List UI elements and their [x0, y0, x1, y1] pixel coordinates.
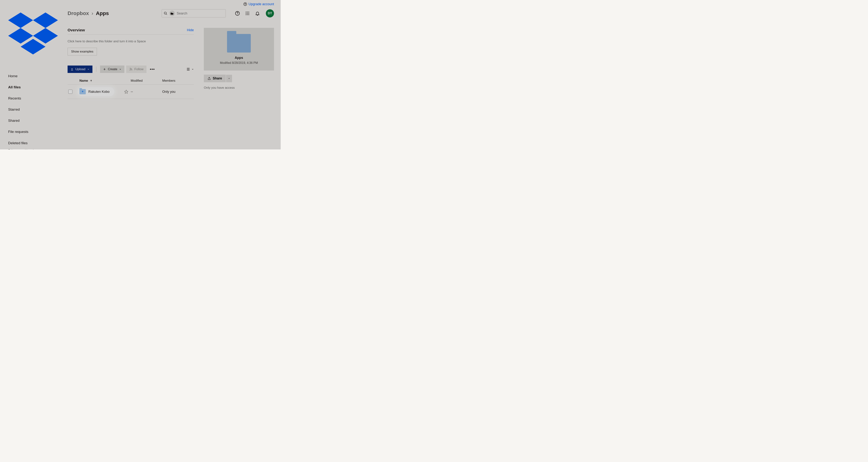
access-text: Only you have access	[204, 86, 274, 90]
svg-point-12	[247, 14, 248, 15]
svg-point-8	[246, 13, 247, 14]
follow-button[interactable]: Follow	[126, 65, 147, 73]
svg-point-13	[248, 14, 249, 15]
create-label: Create	[108, 67, 117, 71]
search-icon	[164, 11, 167, 15]
search-input[interactable]	[177, 11, 224, 16]
upgrade-account-label: Upgrade account	[249, 2, 274, 6]
row-members: Only you	[162, 90, 194, 94]
row-checkbox[interactable]	[68, 90, 76, 94]
help-icon[interactable]	[235, 10, 240, 16]
privacy-legal-link[interactable]: Privacy and legal	[0, 149, 58, 149]
create-button[interactable]: Create	[100, 65, 124, 73]
folder-large-icon	[227, 34, 251, 53]
svg-point-10	[248, 13, 249, 14]
search-field[interactable]	[162, 9, 226, 18]
dropbox-logo-icon	[8, 8, 58, 58]
notifications-icon[interactable]	[255, 10, 260, 16]
svg-point-9	[247, 13, 248, 14]
row-name[interactable]: Rakuten Kobo	[88, 90, 110, 94]
sidebar: Home All files Recents Starred Shared Fi…	[0, 0, 58, 149]
chevron-down-icon	[119, 68, 121, 70]
avatar[interactable]: DT	[266, 9, 274, 18]
svg-line-2	[166, 14, 167, 15]
upload-button[interactable]: Upload	[68, 65, 92, 73]
overview-description[interactable]: Click here to describe this folder and t…	[68, 39, 194, 43]
nav-recents[interactable]: Recents	[0, 93, 58, 104]
column-members-header[interactable]: Members	[162, 79, 194, 83]
chevron-down-icon	[192, 68, 194, 70]
breadcrumb-current: Apps	[96, 10, 109, 16]
column-name-header[interactable]: Name	[76, 79, 131, 83]
nav-starred[interactable]: Starred	[0, 104, 58, 115]
preview-title: Apps	[235, 56, 243, 60]
toolbar-divider	[96, 67, 96, 72]
svg-point-15	[150, 69, 151, 70]
svg-point-11	[246, 14, 247, 15]
row-modified: --	[131, 90, 162, 94]
nav-shared[interactable]: Shared	[0, 115, 58, 126]
star-icon[interactable]	[122, 90, 131, 94]
chevron-down-icon	[87, 68, 90, 70]
more-options-icon[interactable]	[149, 66, 155, 72]
apps-grid-icon[interactable]	[245, 10, 250, 16]
search-scope-folder-icon[interactable]	[169, 10, 175, 16]
nav-home[interactable]: Home	[0, 70, 58, 82]
preview-modified: Modified 8/28/2019, 4:36 PM	[220, 61, 258, 65]
nav-all-files[interactable]: All files	[0, 82, 58, 93]
share-dropdown[interactable]	[226, 75, 232, 82]
table-row[interactable]: Rakuten Kobo -- Only you	[68, 85, 194, 99]
share-icon	[208, 77, 211, 80]
follow-label: Follow	[134, 67, 144, 71]
nav-deleted-files[interactable]: Deleted files	[0, 137, 58, 149]
breadcrumb-separator-icon: ›	[92, 10, 93, 16]
svg-point-5	[246, 12, 247, 12]
plus-icon	[103, 68, 106, 71]
folder-preview-card: Apps Modified 8/28/2019, 4:36 PM	[204, 28, 274, 70]
upgrade-icon	[243, 2, 247, 6]
show-examples-button[interactable]: Show examples	[68, 48, 97, 56]
overview-heading: Overview	[68, 28, 85, 32]
view-toggle[interactable]	[186, 68, 194, 71]
nav-file-requests[interactable]: File requests	[0, 126, 58, 137]
svg-point-7	[248, 12, 249, 12]
upgrade-account-link[interactable]: Upgrade account	[243, 2, 274, 6]
app-folder-icon	[80, 89, 86, 94]
upload-icon	[70, 68, 73, 71]
svg-point-14	[130, 70, 130, 70]
breadcrumb: Dropbox › Apps	[68, 10, 109, 16]
hide-overview-link[interactable]: Hide	[187, 28, 194, 32]
share-button[interactable]: Share	[204, 74, 226, 82]
column-modified-header[interactable]: Modified	[131, 79, 162, 83]
svg-point-16	[152, 69, 153, 70]
main-content: Upgrade account Dropbox › Apps	[58, 0, 281, 149]
upload-label: Upload	[75, 67, 85, 71]
list-view-icon	[186, 68, 190, 71]
svg-point-6	[247, 12, 248, 12]
sort-ascending-icon	[90, 80, 92, 82]
breadcrumb-root[interactable]: Dropbox	[68, 10, 89, 16]
svg-point-4	[237, 14, 238, 15]
svg-marker-21	[125, 90, 128, 93]
svg-point-1	[164, 12, 166, 14]
rss-icon	[129, 67, 132, 71]
share-label: Share	[213, 76, 222, 81]
svg-point-17	[153, 69, 154, 70]
